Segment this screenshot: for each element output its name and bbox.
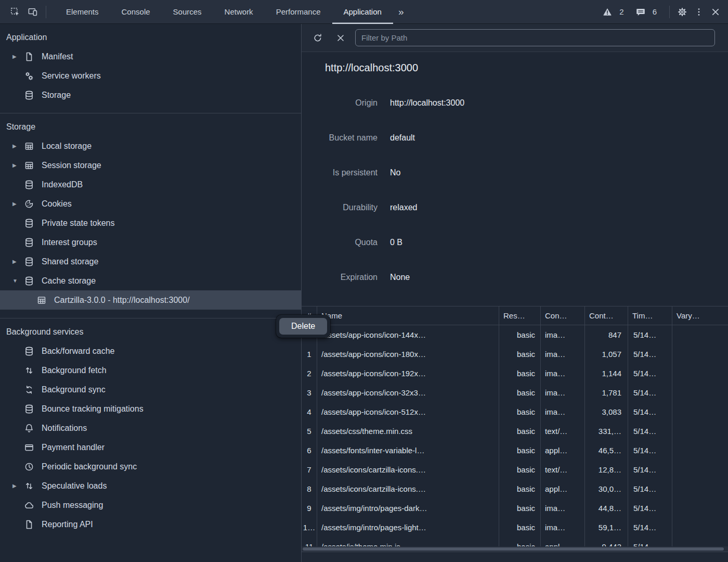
delete-button[interactable]: Delete — [279, 318, 327, 335]
sidebar-tree-item[interactable]: Payment handler — [0, 438, 301, 457]
cell-content-length: 46,5… — [585, 441, 628, 460]
db-icon — [24, 404, 34, 414]
cell-name: /assets/icons/cartzilla-icons.… — [317, 479, 499, 499]
table-row[interactable]: 4 /assets/app-icons/icon-512x… basic ima… — [302, 402, 728, 422]
col-header-name[interactable]: Name — [317, 306, 499, 325]
expander-icon[interactable] — [12, 278, 24, 284]
sidebar-tree-item[interactable]: Service workers — [0, 66, 301, 85]
cell-index: 2 — [302, 364, 317, 383]
detail-label: Quota — [302, 236, 378, 248]
message-count[interactable]: 6 — [653, 7, 657, 16]
table-row[interactable]: 8 /assets/icons/cartzilla-icons.… basic … — [302, 479, 728, 499]
sidebar-section-application: Application Manifest Service workers — [0, 24, 301, 113]
tree-item-label: Back/forward cache — [42, 347, 115, 356]
filter-by-path-input[interactable] — [355, 29, 715, 46]
sidebar-tree-item[interactable]: Cartzilla-3.0.0 - http://localhost:3000/ — [0, 290, 301, 310]
table-row[interactable]: 11 /assets/js/theme.min.js basic appl… 9… — [302, 537, 728, 546]
detail-row: Origin http://localhost:3000 — [302, 97, 728, 109]
sidebar-tree-item[interactable]: Speculative loads — [0, 476, 301, 495]
origin-heading: http://localhost:3000 — [325, 62, 728, 74]
col-header-content-length[interactable]: Cont… — [585, 306, 628, 325]
col-header-time-cached[interactable]: Tim… — [628, 306, 672, 325]
expander-icon[interactable] — [12, 201, 24, 207]
sidebar-tree-item[interactable]: Session storage — [0, 156, 301, 175]
cell-response-type: basic — [499, 537, 541, 546]
device-toolbar-icon[interactable] — [24, 3, 42, 21]
table-header-row: # Name Res… Con… Cont… Tim… Vary… — [302, 306, 728, 325]
table-row[interactable]: 3 /assets/app-icons/icon-32x3… basic ima… — [302, 383, 728, 402]
cell-index: 11 — [302, 537, 317, 546]
topbar-separator — [46, 6, 46, 18]
sidebar-tree-item[interactable]: Push messaging — [0, 495, 301, 515]
cache-entries-table: # Name Res… Con… Cont… Tim… Vary… 0 /ass… — [302, 306, 728, 546]
tree-item-label: Periodic background sync — [42, 462, 137, 471]
expander-icon[interactable] — [12, 143, 24, 149]
refresh-icon[interactable] — [309, 30, 326, 46]
cell-name: /assets/img/intro/pages-dark… — [317, 499, 499, 518]
table-row[interactable]: 5 /assets/css/theme.min.css basic text/…… — [302, 422, 728, 441]
detail-label: Is persistent — [302, 167, 378, 178]
panel-tab[interactable]: Performance — [265, 0, 332, 24]
warning-icon[interactable] — [599, 4, 616, 20]
console-messages-icon[interactable] — [632, 4, 649, 20]
sidebar-tree-item[interactable]: Private state tokens — [0, 213, 301, 233]
col-header-vary[interactable]: Vary… — [672, 306, 728, 325]
sidebar-tree-item[interactable]: Back/forward cache — [0, 341, 301, 361]
settings-gear-icon[interactable] — [674, 4, 691, 20]
table-row[interactable]: 7 /assets/icons/cartzilla-icons.… basic … — [302, 460, 728, 479]
sidebar-tree-item[interactable]: Reporting API — [0, 515, 301, 534]
expander-icon[interactable] — [12, 162, 24, 168]
sidebar-tree-item[interactable]: Shared storage — [0, 252, 301, 271]
sidebar-tree-item[interactable]: Manifest — [0, 47, 301, 66]
sidebar-tree-item[interactable]: Notifications — [0, 418, 301, 438]
panel-tabs: Elements Console Sources Network Perform… — [55, 0, 393, 24]
sidebar-tree-item[interactable]: Interest groups — [0, 233, 301, 252]
panel-tab[interactable]: Sources — [162, 0, 213, 24]
cell-content-type: ima… — [541, 499, 585, 518]
sidebar-tree-item[interactable]: Background fetch — [0, 361, 301, 380]
expander-icon[interactable] — [12, 54, 24, 59]
table-row[interactable]: 6 /assets/fonts/inter-variable-l… basic … — [302, 441, 728, 460]
panel-tab[interactable]: Console — [110, 0, 162, 24]
sidebar-tree-item[interactable]: Periodic background sync — [0, 457, 301, 476]
horizontal-scrollbar[interactable] — [302, 546, 728, 552]
table-row[interactable]: 9 /assets/img/intro/pages-dark… basic im… — [302, 499, 728, 518]
expander-icon[interactable] — [12, 259, 24, 264]
panel-tab[interactable]: Elements — [55, 0, 110, 24]
table-row[interactable]: 1 /assets/app-icons/icon-180x… basic ima… — [302, 344, 728, 364]
col-header-content-type[interactable]: Con… — [541, 306, 585, 325]
cell-content-length: 59,1… — [585, 518, 628, 537]
sidebar-tree-item[interactable]: Storage — [0, 85, 301, 105]
grid-icon — [24, 141, 34, 151]
more-tabs-icon[interactable]: » — [393, 1, 409, 23]
cell-name: /assets/fonts/inter-variable-l… — [317, 441, 499, 460]
inspect-element-icon[interactable] — [6, 3, 24, 21]
table-row[interactable]: 2 /assets/app-icons/icon-192x… basic ima… — [302, 364, 728, 383]
sidebar-tree-item[interactable]: Cookies — [0, 194, 301, 213]
sidebar-tree-item[interactable]: Cache storage — [0, 271, 301, 290]
scrollbar-thumb[interactable] — [303, 547, 724, 551]
table-row[interactable]: 0 /assets/app-icons/icon-144x… basic ima… — [302, 325, 728, 344]
sidebar-tree-item[interactable]: Local storage — [0, 136, 301, 156]
warning-count[interactable]: 2 — [619, 7, 623, 16]
tree-item-label: Storage — [42, 91, 71, 100]
panel-tab[interactable]: Application — [332, 0, 393, 24]
col-header-response-type[interactable]: Res… — [499, 306, 541, 325]
table-row[interactable]: 1… /assets/img/intro/pages-light… basic … — [302, 518, 728, 537]
cell-name: /assets/icons/cartzilla-icons.… — [317, 460, 499, 479]
sw-icon — [24, 71, 34, 81]
expander-icon[interactable] — [12, 483, 24, 489]
sidebar-tree-item[interactable]: IndexedDB — [0, 175, 301, 194]
sidebar-tree-item[interactable]: Bounce tracking mitigations — [0, 399, 301, 418]
sidebar-tree-item[interactable]: Background sync — [0, 380, 301, 399]
panel-tab[interactable]: Network — [213, 0, 265, 24]
detail-value: default — [390, 132, 415, 144]
cell-name: /assets/app-icons/icon-32x3… — [317, 383, 499, 402]
cell-index: 3 — [302, 383, 317, 402]
detail-row: Bucket name default — [302, 132, 728, 144]
detail-row: Expiration None — [302, 271, 728, 283]
clear-icon[interactable] — [332, 30, 349, 46]
kebab-menu-icon[interactable] — [691, 4, 707, 20]
close-devtools-icon[interactable] — [707, 4, 724, 20]
cell-vary — [672, 402, 728, 422]
